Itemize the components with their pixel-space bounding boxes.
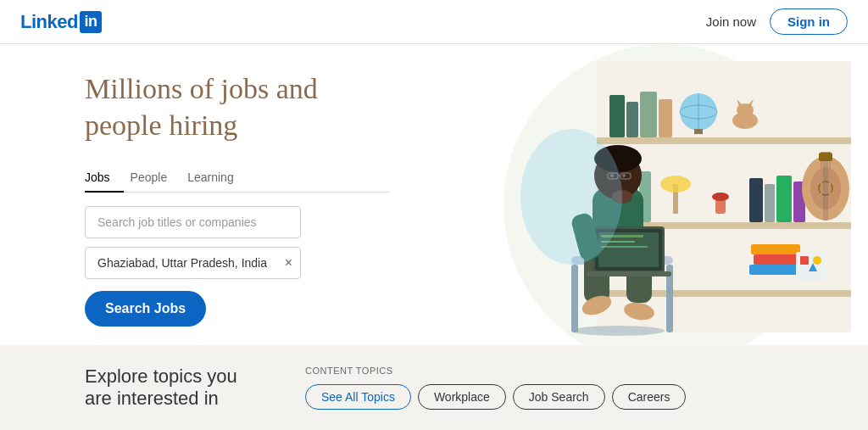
illustration — [461, 44, 868, 345]
svg-rect-2 — [597, 137, 851, 144]
topic-pills: See All Topics Workplace Job Search Care… — [305, 384, 686, 410]
explore-title: Explore topics you are interested in — [85, 366, 254, 410]
svg-rect-8 — [659, 99, 672, 137]
hero-title: Millions of jobs and people hiring — [85, 71, 390, 143]
svg-rect-23 — [765, 184, 775, 222]
location-input-wrap: × — [85, 247, 301, 279]
svg-rect-12 — [694, 129, 703, 134]
svg-rect-22 — [749, 178, 763, 222]
main-content: Millions of jobs and people hiring Jobs … — [0, 44, 868, 345]
bottom-section: Explore topics you are interested in CON… — [0, 345, 868, 430]
pill-workplace[interactable]: Workplace — [418, 384, 506, 410]
right-illustration — [390, 44, 868, 345]
search-tabs: Jobs People Learning — [85, 164, 390, 193]
pill-see-all-topics[interactable]: See All Topics — [305, 384, 411, 410]
left-content: Millions of jobs and people hiring Jobs … — [0, 44, 390, 345]
tab-people[interactable]: People — [131, 164, 181, 193]
svg-rect-63 — [601, 246, 648, 248]
clear-location-button[interactable]: × — [285, 255, 292, 271]
svg-rect-5 — [609, 95, 625, 137]
svg-rect-6 — [626, 102, 638, 137]
svg-rect-34 — [749, 265, 800, 275]
svg-rect-36 — [751, 244, 800, 254]
svg-rect-42 — [571, 265, 578, 332]
svg-point-49 — [622, 174, 626, 177]
svg-point-19 — [660, 176, 691, 193]
job-search-input[interactable] — [85, 206, 301, 238]
pill-careers[interactable]: Careers — [612, 384, 687, 410]
svg-rect-24 — [776, 176, 792, 222]
sign-in-button[interactable]: Sign in — [770, 8, 848, 35]
svg-rect-37 — [796, 252, 826, 282]
svg-point-21 — [712, 193, 729, 201]
header-nav: Join now Sign in — [706, 8, 848, 35]
header: Linkedin Join now Sign in — [0, 0, 868, 44]
tab-jobs[interactable]: Jobs — [85, 164, 124, 193]
search-container: × Search Jobs — [85, 206, 301, 327]
pill-job-search[interactable]: Job Search — [513, 384, 605, 410]
content-topics: CONTENT TOPICS See All Topics Workplace … — [305, 366, 686, 410]
svg-rect-7 — [640, 92, 657, 137]
svg-point-66 — [520, 129, 622, 265]
svg-point-44 — [571, 326, 665, 336]
join-now-link[interactable]: Join now — [706, 14, 756, 29]
location-input[interactable] — [85, 247, 301, 279]
logo-text: Linked — [20, 11, 78, 33]
search-jobs-button[interactable]: Search Jobs — [85, 291, 206, 327]
svg-rect-38 — [800, 256, 809, 265]
svg-rect-35 — [754, 254, 800, 265]
content-topics-label: CONTENT TOPICS — [305, 366, 686, 376]
svg-point-39 — [813, 256, 821, 265]
logo-in-box: in — [80, 11, 102, 33]
tab-learning[interactable]: Learning — [187, 164, 248, 193]
logo[interactable]: Linkedin — [20, 11, 102, 33]
svg-rect-64 — [587, 271, 671, 276]
